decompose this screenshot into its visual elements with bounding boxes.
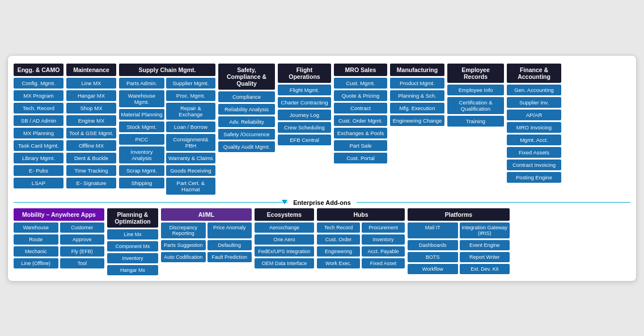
module-item[interactable]: LSAP — [14, 178, 63, 188]
bottom-item[interactable]: Parts Suggestion — [161, 240, 206, 250]
module-item[interactable]: Mfg. Execution — [390, 103, 444, 114]
module-item[interactable]: PICC — [119, 134, 164, 145]
bottom-item[interactable]: Warehouse — [14, 222, 58, 233]
module-item[interactable]: Part Cert. & Hazmat — [166, 178, 215, 195]
module-item[interactable]: SB / AD Admin — [14, 115, 63, 126]
module-item[interactable]: Flight Mgmt. — [278, 85, 331, 95]
module-item[interactable]: Cust. Portal — [334, 153, 387, 163]
bottom-item[interactable]: Discrepancy Reporting — [161, 222, 206, 238]
module-item[interactable]: Goods Receiving — [166, 165, 215, 176]
module-item[interactable]: Mgmt. Acct. — [507, 135, 561, 145]
module-item[interactable]: E- Pubs — [14, 165, 63, 176]
bottom-item[interactable]: Fault Prediction — [207, 252, 252, 262]
bottom-item[interactable]: Route — [14, 234, 58, 245]
module-item[interactable]: Cust. Mgmt. — [334, 78, 387, 89]
module-item[interactable]: Shop MX — [66, 103, 116, 114]
bottom-item[interactable]: Mechanic — [14, 246, 58, 257]
module-item[interactable]: Crew Scheduling — [278, 122, 331, 133]
module-item[interactable]: Supplier Inv. — [507, 97, 561, 108]
bottom-item[interactable]: Component Mx — [107, 241, 158, 251]
bottom-item[interactable]: Mail IT — [408, 222, 458, 238]
bottom-item[interactable]: Price Anomaly — [207, 222, 252, 238]
bottom-item[interactable]: Line Mx — [107, 229, 158, 240]
module-item[interactable]: Product Mgmt. — [390, 78, 444, 89]
module-item[interactable]: Cust. Order Mgmt. — [334, 115, 387, 126]
bottom-item[interactable]: Fly (EFB) — [60, 246, 105, 257]
module-item[interactable]: Warehouse Mgmt. — [119, 90, 164, 107]
module-item[interactable]: Adv. Reliability — [218, 116, 275, 127]
bottom-item[interactable]: Aeroxchange — [255, 222, 314, 233]
bottom-item[interactable]: Tool — [60, 258, 105, 268]
module-item[interactable]: MX Program — [14, 90, 63, 101]
module-item[interactable]: Proc. Mgmt. — [166, 90, 215, 101]
module-item[interactable]: Quote & Pricing — [334, 90, 387, 101]
bottom-item[interactable]: FedEx/UPS Integration — [255, 246, 314, 257]
bottom-item[interactable]: Procurement — [362, 222, 405, 233]
bottom-item[interactable]: Approve — [60, 234, 105, 245]
module-item[interactable]: AP/AR — [507, 110, 561, 120]
module-item[interactable]: Compliance — [218, 91, 275, 102]
module-item[interactable]: EFB Central — [278, 135, 331, 145]
module-item[interactable]: Part Sale — [334, 140, 387, 151]
bottom-item[interactable]: One Aero — [255, 234, 314, 245]
bottom-item[interactable]: Line (Offline) — [14, 258, 58, 268]
bottom-item[interactable]: Report Writer — [460, 252, 510, 262]
module-item[interactable]: Time Tracking — [66, 165, 116, 176]
module-item[interactable]: Tech. Record — [14, 103, 63, 114]
module-item[interactable]: Hangar MX — [66, 90, 116, 101]
module-item[interactable]: Engine MX — [66, 115, 116, 126]
module-item[interactable]: Contract Invoicing — [507, 159, 561, 170]
bottom-item[interactable]: Fixed Asset — [362, 258, 405, 268]
module-item[interactable]: MX Planning — [14, 128, 63, 138]
module-item[interactable]: E- Signature — [66, 178, 116, 188]
bottom-item[interactable]: OEM Data Interface — [255, 258, 314, 268]
bottom-item[interactable]: Workflow — [408, 264, 458, 274]
module-item[interactable]: Parts Admin. — [119, 78, 164, 89]
bottom-item[interactable]: Inventory — [107, 253, 158, 263]
module-item[interactable]: Certification & Qualification — [447, 97, 504, 114]
module-item[interactable]: Supplier Mgmt. — [166, 78, 215, 89]
module-item[interactable]: Training — [447, 116, 504, 127]
module-item[interactable]: Stock Mgmt. — [119, 121, 164, 132]
module-item[interactable]: Employee Info — [447, 85, 504, 95]
bottom-item[interactable]: Integration Gateway (IRIS) — [460, 222, 510, 238]
module-item[interactable]: Shipping — [119, 178, 164, 188]
bottom-item[interactable]: Hangar Mx — [107, 265, 158, 275]
module-item[interactable]: Material Planning — [119, 109, 164, 120]
module-item[interactable]: Journey Log — [278, 110, 331, 120]
module-item[interactable]: Consignment& PBH — [166, 134, 215, 151]
module-item[interactable]: Line MX — [66, 78, 116, 89]
bottom-item[interactable]: BOTS — [408, 252, 458, 262]
module-item[interactable]: Library Mgmt. — [14, 153, 63, 163]
module-item[interactable]: Offline MX — [66, 140, 116, 151]
module-item[interactable]: Quality Audit Mgmt. — [218, 141, 275, 152]
module-item[interactable]: Dent & Buckle — [66, 153, 116, 163]
bottom-item[interactable]: Defaulting — [207, 240, 252, 250]
bottom-item[interactable]: Engineering — [317, 246, 360, 257]
module-item[interactable]: Inventory Analysis — [119, 146, 164, 163]
module-item[interactable]: Scrap Mgmt. — [119, 165, 164, 176]
module-item[interactable]: MRO Invoicing — [507, 122, 561, 133]
module-item[interactable]: Reliability Analysis — [218, 104, 275, 115]
module-item[interactable]: Gen. Accounting — [507, 85, 561, 95]
bottom-item[interactable]: Dashboards — [408, 240, 458, 250]
module-item[interactable]: Charter Contracting — [278, 97, 331, 108]
module-item[interactable]: Planning & Sch. — [390, 90, 444, 101]
module-item[interactable]: Contract — [334, 103, 387, 114]
module-item[interactable]: Config. Mgmt. — [14, 78, 63, 89]
module-item[interactable]: Repair & Exchange — [166, 103, 215, 120]
module-item[interactable]: Loan / Borrow — [166, 121, 215, 132]
bottom-item[interactable]: Auto Codification — [161, 252, 206, 262]
module-item[interactable]: Fixed Assets — [507, 147, 561, 158]
module-item[interactable]: Engineering Change — [390, 115, 444, 126]
module-item[interactable]: Posting Engine — [507, 172, 561, 183]
bottom-item[interactable]: Cust. Order — [317, 234, 360, 245]
bottom-item[interactable]: Inventory — [362, 234, 405, 245]
bottom-item[interactable]: Customer — [60, 222, 105, 233]
bottom-item[interactable]: Work Exec. — [317, 258, 360, 268]
module-item[interactable]: Tool & GSE Mgmt. — [66, 128, 116, 138]
bottom-item[interactable]: Tech Record — [317, 222, 360, 233]
bottom-item[interactable]: Ext. Dev. Kit — [460, 264, 510, 274]
module-item[interactable]: Warranty & Claims — [166, 153, 215, 163]
bottom-item[interactable]: Acct. Payable — [362, 246, 405, 257]
